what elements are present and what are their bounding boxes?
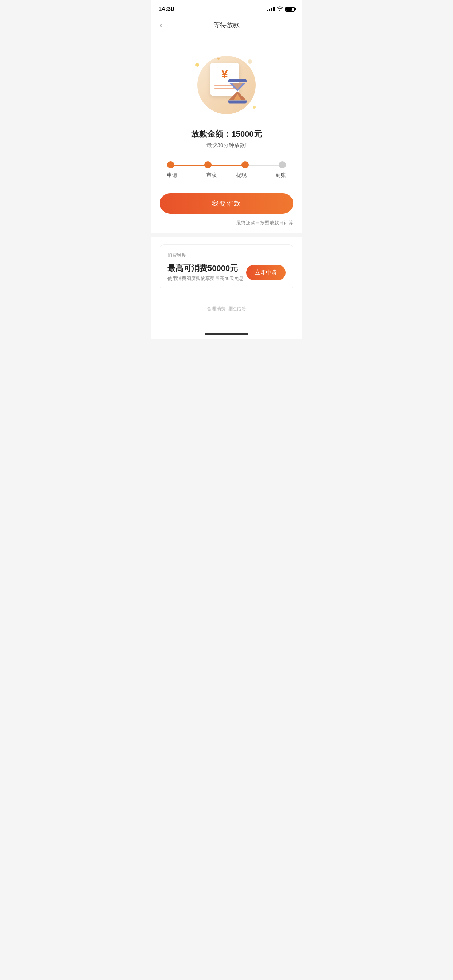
repay-note: 最终还款日按照放款日计算 (160, 216, 293, 233)
illustration-container: ¥ (194, 52, 259, 118)
urge-button[interactable]: 我要催款 (160, 193, 293, 214)
consumer-card-inner: 消费额度 最高可消费50000元 使用消费额度购物享受最高40天免息 立即申请 (160, 244, 293, 290)
apply-button[interactable]: 立即申请 (246, 265, 286, 280)
consumer-row: 最高可消费50000元 使用消费额度购物享受最高40天免息 立即申请 (167, 263, 286, 282)
nav-bar: ‹ 等待放款 (151, 16, 302, 34)
illustration-area: ¥ (160, 41, 293, 125)
hourglass-svg (228, 83, 247, 100)
step-label-1: 申请 (167, 172, 197, 179)
hourglass-illustration (228, 80, 247, 103)
footer-note: 合理消费 理性借贷 (160, 298, 293, 323)
step-label-2: 审核 (197, 172, 227, 179)
decorative-dot-1 (196, 63, 199, 67)
consumer-label: 消费额度 (167, 252, 286, 258)
hourglass-bottom-cap (228, 100, 247, 103)
section-divider (151, 233, 302, 237)
consumer-card: 消费额度 最高可消费50000元 使用消费额度购物享受最高40天免息 立即申请 (151, 237, 302, 298)
step-dot-4 (279, 161, 286, 169)
step-label-4: 到账 (257, 172, 286, 179)
doc-hourglass: ¥ (210, 63, 243, 103)
battery-icon (285, 7, 295, 12)
main-content: ¥ (151, 34, 302, 330)
amount-title: 放款金额：15000元 (160, 129, 293, 140)
status-bar: 14:30 (151, 0, 302, 16)
amount-subtitle: 最快30分钟放款! (160, 142, 293, 149)
step-dot-2 (204, 161, 212, 169)
progress-labels: 申请 审核 提现 到账 (167, 172, 286, 179)
decorative-dot-3 (253, 106, 256, 109)
amount-section: 放款金额：15000元 最快30分钟放款! (160, 125, 293, 158)
consumer-amount: 最高可消费50000元 (167, 263, 244, 274)
step-dot-1 (167, 161, 174, 169)
back-button[interactable]: ‹ (158, 19, 164, 30)
page-title: 等待放款 (214, 21, 239, 29)
decorative-dot-4 (248, 59, 252, 64)
signal-icon (266, 7, 274, 11)
consumer-left: 最高可消费50000元 使用消费额度购物享受最高40天免息 (167, 263, 244, 282)
progress-line (171, 165, 282, 165)
status-icons (266, 6, 295, 12)
status-time: 14:30 (158, 5, 174, 13)
wifi-icon (277, 6, 283, 12)
progress-section: 申请 审核 提现 到账 (160, 158, 293, 189)
home-bar (205, 333, 248, 335)
step-label-3: 提现 (226, 172, 257, 179)
progress-track (167, 161, 286, 169)
hourglass-top-cap (228, 80, 247, 83)
btn-area: 我要催款 (160, 189, 293, 216)
hourglass-body (228, 83, 247, 100)
home-indicator (151, 330, 302, 339)
yen-symbol: ¥ (222, 67, 228, 81)
step-dot-3 (241, 161, 249, 169)
consumer-sub: 使用消费额度购物享受最高40天免息 (167, 275, 244, 282)
decorative-dot-2 (217, 57, 220, 60)
